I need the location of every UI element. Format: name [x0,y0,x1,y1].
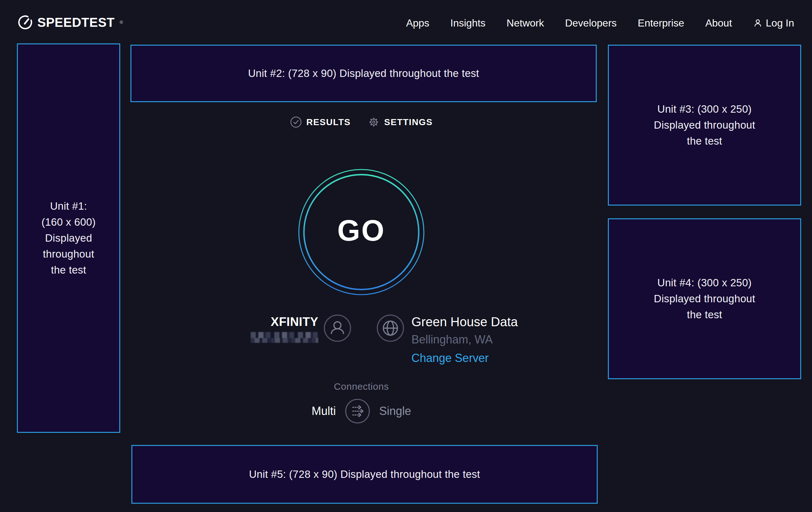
connections-row: Multi Single [312,398,411,424]
tab-results[interactable]: RESULTS [290,116,350,128]
ad-unit-2-text: Unit #2: (728 x 90) Displayed throughout… [248,65,480,81]
isp-user-icon[interactable] [323,314,351,342]
user-icon [753,18,762,28]
ad-unit-5[interactable]: Unit #5: (728 x 90) Displayed throughout… [132,445,598,504]
logo-text: SPEEDTEST [37,15,115,30]
gear-icon [368,116,380,128]
nav-item-enterprise[interactable]: Enterprise [638,17,685,29]
speedometer-icon [18,15,33,30]
connections-option-single[interactable]: Single [379,404,411,418]
server-texts: Green House Data Bellingham, WA Change S… [411,314,518,365]
ad-unit-1[interactable]: Unit #1: (160 x 600) Displayed throughou… [17,44,120,433]
connections-section: Connections Multi Single [312,381,411,424]
nav-item-developers[interactable]: Developers [565,17,617,29]
nav-item-insights[interactable]: Insights [450,17,486,29]
nav-item-network[interactable]: Network [506,17,544,29]
login-button[interactable]: Log In [753,17,794,29]
go-label: GO [337,214,385,247]
redacted-ip-address [251,332,318,344]
connections-label: Connections [334,381,389,392]
globe-icon[interactable] [376,314,404,342]
ad-unit-1-text: Unit #1: (160 x 600) Displayed throughou… [41,198,96,278]
server-info: Green House Data Bellingham, WA Change S… [376,314,518,365]
server-name: Green House Data [411,314,518,329]
ad-unit-4-text: Unit #4: (300 x 250) Displayed throughou… [654,275,755,323]
tab-settings-label: SETTINGS [384,117,433,127]
ad-unit-5-text: Unit #5: (728 x 90) Displayed throughout… [249,466,480,482]
connections-option-multi[interactable]: Multi [312,404,336,418]
server-location: Bellingham, WA [411,332,493,347]
tab-bar: RESULTS [290,116,433,128]
ad-unit-2[interactable]: Unit #2: (728 x 90) Displayed throughout… [130,45,597,102]
go-button[interactable]: GO [298,168,425,296]
connections-toggle-icon[interactable] [345,398,370,424]
isp-texts: XFINITY [249,314,318,344]
logo-trademark: ® [120,20,123,25]
header: SPEEDTEST ® Apps Insights Network Develo… [0,0,812,46]
nav-item-about[interactable]: About [705,17,732,29]
ad-unit-4[interactable]: Unit #4: (300 x 250) Displayed throughou… [608,218,801,379]
check-circle-icon [290,116,302,128]
change-server-link[interactable]: Change Server [411,351,489,365]
speedtest-page: SPEEDTEST ® Apps Insights Network Develo… [0,0,812,512]
tab-results-label: RESULTS [306,117,350,127]
speedtest-logo[interactable]: SPEEDTEST ® [18,15,123,30]
ad-unit-3[interactable]: Unit #3: (300 x 250) Displayed throughou… [608,45,801,206]
login-label: Log In [766,17,794,29]
isp-info: XFINITY [249,314,351,344]
isp-name: XFINITY [271,314,318,329]
main-nav: Apps Insights Network Developers Enterpr… [406,0,794,46]
tab-settings[interactable]: SETTINGS [368,116,433,128]
ad-unit-3-text: Unit #3: (300 x 250) Displayed throughou… [654,101,755,149]
nav-item-apps[interactable]: Apps [406,17,429,29]
